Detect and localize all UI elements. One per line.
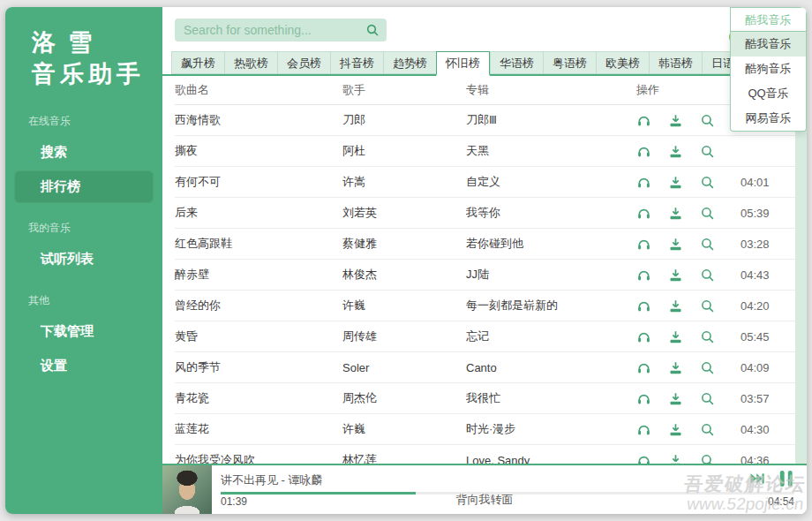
source-option-QQ音乐[interactable]: QQ音乐	[731, 81, 806, 106]
download-icon[interactable]	[668, 329, 683, 344]
row-search-icon[interactable]	[700, 175, 715, 190]
download-icon[interactable]	[668, 422, 683, 437]
listen-icon[interactable]	[636, 113, 651, 128]
download-icon[interactable]	[668, 360, 683, 375]
row-search-icon[interactable]	[700, 298, 715, 313]
row-search-icon[interactable]	[700, 391, 715, 406]
cell-song: 黄昏	[175, 328, 342, 344]
search-box	[175, 19, 387, 42]
table-row[interactable]: 西海情歌 刀郎 刀郎Ⅲ	[175, 105, 795, 136]
player-controls	[748, 469, 794, 488]
table-body: 西海情歌 刀郎 刀郎Ⅲ 撕夜 阿杜 天黑	[175, 105, 795, 464]
listen-icon[interactable]	[636, 268, 651, 283]
song-table: 歌曲名 歌手 专辑 操作 西海情歌 刀郎 刀郎Ⅲ	[175, 76, 795, 464]
download-icon[interactable]	[668, 206, 683, 221]
cell-artist: 周杰伦	[342, 390, 466, 406]
sidebar-item-排行榜[interactable]: 排行榜	[14, 170, 154, 203]
download-icon[interactable]	[668, 113, 683, 128]
table-row[interactable]: 为你我受冷风吹 林忆莲 Love, Sandy 04:36	[175, 445, 795, 464]
listen-icon[interactable]	[636, 144, 651, 159]
search-icon[interactable]	[365, 23, 380, 37]
table-row[interactable]: 有何不可 许嵩 自定义 04:01	[175, 167, 795, 198]
row-search-icon[interactable]	[700, 329, 715, 344]
sidebar-item-下载管理[interactable]: 下载管理	[14, 315, 154, 348]
download-icon[interactable]	[668, 237, 683, 252]
download-icon[interactable]	[668, 298, 683, 313]
cell-album: Canto	[466, 361, 636, 374]
table-row[interactable]: 后来 刘若英 我等你 05:39	[175, 198, 795, 229]
tab-粤语榜[interactable]: 粤语榜	[543, 51, 596, 74]
listen-icon[interactable]	[636, 237, 651, 252]
sidebar-item-设置[interactable]: 设置	[14, 350, 154, 382]
row-search-icon[interactable]	[700, 113, 715, 128]
row-search-icon[interactable]	[700, 237, 715, 252]
cell-ops	[636, 175, 741, 190]
cell-ops	[636, 206, 741, 221]
logo-line2: 音乐助手	[32, 58, 162, 90]
table-row[interactable]: 风的季节 Soler Canto 04:09	[175, 352, 795, 383]
table-row[interactable]: 黄昏 周传雄 忘记 05:45	[175, 321, 795, 352]
app-logo: 洛雪 音乐助手	[5, 7, 162, 98]
row-search-icon[interactable]	[700, 453, 715, 464]
logo-line1: 洛雪	[32, 26, 162, 58]
album-art[interactable]	[162, 465, 212, 514]
listen-icon[interactable]	[636, 175, 651, 190]
table-row[interactable]: 曾经的你 许巍 每一刻都是崭新的 04:20	[175, 291, 795, 321]
row-search-icon[interactable]	[700, 422, 715, 437]
cell-album: 每一刻都是崭新的	[466, 298, 636, 313]
listen-icon[interactable]	[636, 453, 651, 464]
table-header: 歌曲名 歌手 专辑 操作	[175, 76, 795, 105]
cell-song: 曾经的你	[175, 298, 342, 313]
listen-icon[interactable]	[636, 298, 651, 313]
row-search-icon[interactable]	[700, 206, 715, 221]
table-row[interactable]: 红色高跟鞋 蔡健雅 若你碰到他 03:28	[175, 229, 795, 260]
download-icon[interactable]	[668, 175, 683, 190]
listen-icon[interactable]	[636, 391, 651, 406]
row-search-icon[interactable]	[700, 268, 715, 283]
pause-icon[interactable]	[778, 469, 794, 488]
table-row[interactable]: 青花瓷 周杰伦 我很忙 03:57	[175, 383, 795, 414]
cell-song: 青花瓷	[175, 390, 342, 406]
cell-artist: 许嵩	[342, 174, 466, 190]
tab-会员榜[interactable]: 会员榜	[277, 51, 330, 74]
sidebar-item-试听列表[interactable]: 试听列表	[14, 243, 154, 276]
tab-华语榜[interactable]: 华语榜	[490, 51, 543, 74]
table-row[interactable]: 蓝莲花 许巍 时光·漫步 04:30	[175, 414, 795, 445]
table-row[interactable]: 撕夜 阿杜 天黑	[175, 136, 795, 167]
next-track-icon[interactable]	[748, 470, 766, 487]
cell-ops	[636, 298, 741, 313]
cell-duration: 04:09	[741, 361, 795, 374]
listen-icon[interactable]	[636, 206, 651, 221]
download-icon[interactable]	[668, 268, 683, 283]
tab-趋势榜[interactable]: 趋势榜	[383, 51, 436, 74]
download-icon[interactable]	[668, 453, 683, 464]
listen-icon[interactable]	[636, 360, 651, 375]
source-select-trigger[interactable]: 酷我音乐	[730, 7, 807, 32]
listen-icon[interactable]	[636, 422, 651, 437]
tab-抖音榜[interactable]: 抖音榜	[330, 51, 383, 74]
cell-artist: 蔡健雅	[342, 236, 466, 252]
source-option-酷狗音乐[interactable]: 酷狗音乐	[731, 57, 806, 81]
cell-song: 醉赤壁	[175, 267, 342, 283]
search-input[interactable]	[175, 19, 387, 42]
row-search-icon[interactable]	[700, 360, 715, 375]
cell-artist: Soler	[342, 361, 466, 374]
tab-怀旧榜[interactable]: 怀旧榜	[436, 51, 490, 76]
tab-热歌榜[interactable]: 热歌榜	[224, 51, 277, 74]
download-icon[interactable]	[668, 391, 683, 406]
table-row[interactable]: 醉赤壁 林俊杰 JJ陆 04:43	[175, 260, 795, 291]
source-option-酷我音乐[interactable]: 酷我音乐	[731, 32, 806, 57]
source-dropdown: 酷我音乐 酷我音乐酷狗音乐QQ音乐网易音乐	[730, 7, 807, 132]
download-icon[interactable]	[668, 144, 683, 159]
cell-duration: 04:01	[741, 176, 795, 189]
row-search-icon[interactable]	[700, 144, 715, 159]
sidebar-item-搜索[interactable]: 搜索	[14, 136, 154, 169]
table-scrollbar[interactable]	[795, 76, 807, 464]
source-option-网易音乐[interactable]: 网易音乐	[731, 106, 806, 131]
cell-song: 蓝莲花	[175, 421, 342, 437]
listen-icon[interactable]	[636, 329, 651, 344]
tab-韩语榜[interactable]: 韩语榜	[649, 51, 702, 74]
tab-飙升榜[interactable]: 飙升榜	[171, 51, 224, 74]
header-artist: 歌手	[342, 82, 466, 98]
tab-欧美榜[interactable]: 欧美榜	[596, 51, 649, 74]
